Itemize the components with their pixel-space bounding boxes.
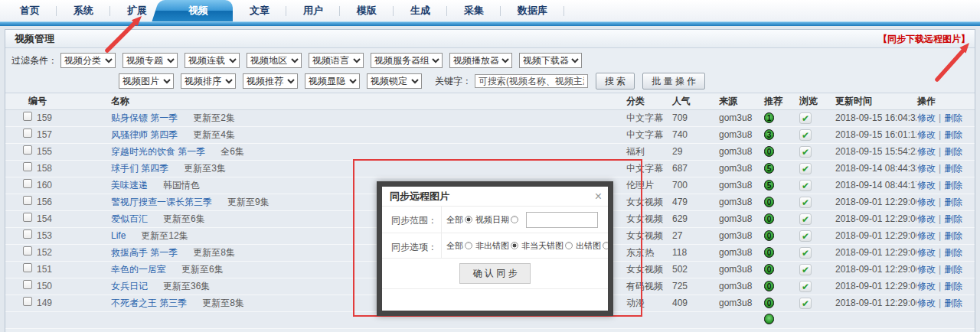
video-title-link[interactable]: 贴身保镖 第一季: [111, 112, 178, 123]
filter-select[interactable]: 视频图片: [119, 73, 174, 89]
edit-link[interactable]: 修改: [917, 247, 936, 258]
edit-link[interactable]: 修改: [917, 146, 936, 157]
edit-link[interactable]: 修改: [917, 230, 936, 241]
view-check-icon[interactable]: ✔: [799, 129, 812, 141]
edit-link[interactable]: 修改: [917, 163, 936, 174]
filter-select[interactable]: 视频显隐: [305, 73, 360, 89]
nav-tab[interactable]: 首页: [3, 0, 57, 21]
filter-select[interactable]: 视频连载: [185, 53, 240, 68]
view-check-icon[interactable]: ✔: [799, 112, 812, 124]
video-title-link[interactable]: 爱似百汇: [111, 213, 148, 224]
radio-button[interactable]: [465, 242, 472, 249]
delete-link[interactable]: 删除: [944, 163, 962, 174]
close-icon[interactable]: ×: [595, 187, 602, 207]
view-check-icon[interactable]: ✔: [799, 264, 812, 275]
delete-link[interactable]: 删除: [944, 146, 962, 157]
radio-button[interactable]: [465, 216, 472, 223]
video-title-link[interactable]: 警视厅搜查一课长第三季: [111, 197, 212, 207]
delete-link[interactable]: 删除: [944, 230, 962, 241]
radio-button[interactable]: [511, 242, 518, 249]
delete-link[interactable]: 删除: [944, 298, 962, 308]
row-checkbox[interactable]: [23, 246, 32, 256]
edit-link[interactable]: 修改: [917, 180, 936, 190]
delete-link[interactable]: 删除: [944, 129, 962, 140]
view-check-icon[interactable]: ✔: [799, 197, 812, 208]
edit-link[interactable]: 修改: [917, 197, 936, 207]
view-check-icon[interactable]: ✔: [799, 146, 812, 158]
row-id: 158: [37, 163, 52, 174]
filter-select[interactable]: 视频分类: [60, 53, 116, 68]
video-title-link[interactable]: 风骚律师 第四季: [111, 129, 178, 140]
filter-select[interactable]: 视频服务器组: [371, 53, 443, 68]
row-checkbox[interactable]: [23, 179, 32, 188]
delete-link[interactable]: 删除: [944, 180, 962, 190]
time-cell: 2018-09-01 12:29:00: [835, 227, 916, 244]
row-checkbox[interactable]: [23, 145, 32, 155]
view-check-icon[interactable]: ✔: [799, 247, 812, 259]
modal-button-row: 确 认 同 步: [382, 259, 608, 289]
row-checkbox[interactable]: [23, 263, 32, 272]
search-button[interactable]: 搜 索: [596, 73, 635, 90]
confirm-sync-button[interactable]: 确 认 同 步: [459, 263, 530, 284]
row-checkbox[interactable]: [23, 213, 32, 222]
edit-link[interactable]: 修改: [917, 264, 936, 275]
view-check-icon[interactable]: ✔: [799, 230, 812, 242]
filter-select[interactable]: 视频播放器: [449, 53, 512, 68]
radio-button[interactable]: [511, 216, 518, 223]
row-checkbox[interactable]: [23, 196, 32, 205]
delete-link[interactable]: 删除: [944, 247, 962, 258]
edit-link[interactable]: 修改: [917, 281, 936, 291]
nav-tab[interactable]: 用户: [286, 0, 340, 21]
filter-select[interactable]: 视频地区: [247, 53, 302, 68]
video-title-link[interactable]: 救援高手 第一季: [111, 247, 178, 258]
video-title-link[interactable]: 不死者之王 第三季: [111, 298, 187, 308]
filter-select[interactable]: 视频专题: [122, 53, 178, 68]
radio-button[interactable]: [565, 242, 573, 249]
edit-link[interactable]: 修改: [917, 129, 936, 140]
nav-tab[interactable]: 视频: [164, 0, 233, 21]
row-checkbox[interactable]: [23, 112, 32, 121]
view-check-icon[interactable]: ✔: [799, 281, 812, 292]
delete-link[interactable]: 删除: [944, 197, 962, 207]
row-checkbox[interactable]: [23, 129, 32, 138]
row-checkbox[interactable]: [23, 297, 32, 306]
view-check-icon[interactable]: ✔: [799, 180, 812, 191]
radio-button[interactable]: [603, 242, 608, 249]
row-id: 155: [37, 146, 52, 157]
delete-link[interactable]: 删除: [944, 112, 962, 123]
keyword-input[interactable]: [475, 74, 588, 88]
nav-tab[interactable]: 生成: [394, 0, 447, 21]
video-title-link[interactable]: 穿越时光的饮食 第一季: [111, 146, 205, 157]
nav-tab[interactable]: 文章: [233, 0, 286, 21]
delete-link[interactable]: 删除: [944, 264, 962, 275]
nav-tab[interactable]: 采集: [447, 0, 501, 21]
view-check-icon[interactable]: ✔: [799, 298, 812, 309]
video-title-link[interactable]: Life: [111, 230, 126, 241]
row-checkbox[interactable]: [23, 162, 32, 171]
filter-select[interactable]: 视频推荐: [243, 73, 298, 89]
video-title-link[interactable]: 幸色的一居室: [111, 264, 166, 275]
nav-tab[interactable]: 模版: [340, 0, 394, 21]
video-date-input[interactable]: [526, 212, 598, 228]
view-check-icon[interactable]: ✔: [799, 213, 812, 225]
nav-tab[interactable]: 数据库: [501, 0, 564, 21]
video-title-link[interactable]: 美味速递: [111, 180, 148, 190]
delete-link[interactable]: 删除: [944, 213, 962, 224]
edit-link[interactable]: 修改: [917, 112, 936, 123]
sync-download-remote-images-link[interactable]: 【同步下载远程图片】: [878, 30, 975, 48]
filter-select[interactable]: 视频锁定: [367, 73, 422, 89]
view-check-icon[interactable]: ✔: [799, 163, 812, 174]
video-title-link[interactable]: 球手们 第四季: [111, 163, 168, 174]
id-cell: 149: [5, 295, 110, 311]
filter-select[interactable]: 视频下载器: [519, 53, 582, 68]
filter-select[interactable]: 视频排序: [181, 73, 236, 89]
edit-link[interactable]: 修改: [917, 298, 936, 308]
video-title-link[interactable]: 女兵日记: [111, 281, 148, 291]
row-checkbox[interactable]: [23, 229, 32, 239]
edit-link[interactable]: 修改: [917, 213, 936, 224]
filter-select[interactable]: 视频语言: [309, 53, 364, 68]
delete-link[interactable]: 删除: [944, 281, 962, 291]
batch-operation-button[interactable]: 批 量 操 作: [642, 73, 705, 90]
row-checkbox[interactable]: [23, 280, 32, 289]
nav-tab[interactable]: 系统: [57, 0, 110, 21]
